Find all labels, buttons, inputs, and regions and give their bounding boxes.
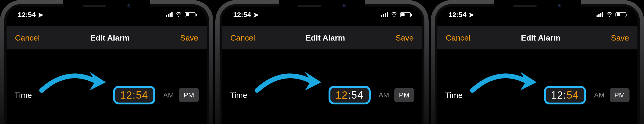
phone-frame: 12:54 ➤ Cancel Edit Alarm Save Time 12:5…: [215, 0, 429, 124]
page-title: Edit Alarm: [306, 33, 345, 42]
save-button[interactable]: Save: [611, 33, 629, 42]
status-right: [166, 12, 196, 17]
status-time: 12:54: [233, 11, 251, 19]
time-row: Time 12:54 AM PM: [222, 86, 422, 104]
time-row: Time 12:54 AM PM: [6, 86, 207, 104]
pm-option[interactable]: PM: [394, 88, 414, 102]
time-colon: :: [563, 90, 566, 100]
nav-bar: Cancel Edit Alarm Save: [6, 26, 207, 49]
earpiece-speaker: [513, 5, 537, 7]
wifi-icon: [176, 12, 182, 17]
time-picker-field[interactable]: 12:54: [328, 86, 371, 104]
status-left: 12:54 ➤: [448, 11, 474, 19]
cancel-button[interactable]: Cancel: [446, 33, 470, 42]
front-camera: [558, 4, 562, 8]
cellular-signal-icon: [596, 12, 603, 17]
time-minute[interactable]: 54: [566, 90, 579, 100]
am-option[interactable]: AM: [375, 88, 392, 102]
status-time: 12:54: [448, 11, 466, 19]
time-label: Time: [230, 91, 247, 100]
front-camera: [342, 4, 346, 8]
status-left: 12:54 ➤: [233, 11, 259, 19]
time-row: Time 12:54 AM PM: [437, 86, 638, 104]
time-hour[interactable]: 12: [120, 90, 132, 100]
nav-bar: Cancel Edit Alarm Save: [437, 26, 638, 49]
ampm-toggle[interactable]: AM PM: [591, 88, 630, 102]
location-services-icon: ➤: [468, 11, 474, 19]
status-right: [596, 12, 626, 17]
nav-bar: Cancel Edit Alarm Save: [222, 26, 422, 49]
am-option[interactable]: AM: [160, 88, 177, 102]
time-colon: :: [348, 90, 351, 100]
cellular-signal-icon: [381, 12, 388, 17]
location-services-icon: ➤: [38, 11, 44, 19]
screen: 12:54 ➤ Cancel Edit Alarm Save Time 12:5…: [222, 6, 422, 124]
phone-frame: 12:54 ➤ Cancel Edit Alarm Save Time 12:5…: [431, 0, 644, 124]
time-colon: :: [132, 90, 136, 100]
time-minute[interactable]: 54: [136, 90, 148, 100]
cancel-button[interactable]: Cancel: [15, 33, 40, 42]
pm-option[interactable]: PM: [610, 88, 630, 102]
battery-icon: [185, 12, 196, 17]
cancel-button[interactable]: Cancel: [230, 33, 255, 42]
wifi-icon: [391, 12, 397, 17]
ampm-toggle[interactable]: AM PM: [375, 88, 414, 102]
time-picker-field[interactable]: 12:54: [113, 86, 155, 104]
location-services-icon: ➤: [253, 11, 259, 19]
earpiece-speaker: [298, 5, 321, 7]
time-hour[interactable]: 12: [551, 90, 563, 100]
status-left: 12:54 ➤: [18, 11, 44, 19]
screen: 12:54 ➤ Cancel Edit Alarm Save Time 12:5…: [437, 6, 638, 124]
am-option[interactable]: AM: [591, 88, 608, 102]
time-label: Time: [14, 91, 32, 100]
notch: [63, 0, 150, 12]
time-minute[interactable]: 54: [351, 90, 364, 100]
notch: [279, 0, 365, 12]
screen: 12:54 ➤ Cancel Edit Alarm Save Time 12:5…: [6, 6, 207, 124]
page-title: Edit Alarm: [521, 33, 560, 42]
page-title: Edit Alarm: [90, 33, 130, 42]
status-time: 12:54: [18, 11, 36, 19]
earpiece-speaker: [82, 5, 106, 7]
time-label: Time: [445, 91, 462, 100]
ampm-toggle[interactable]: AM PM: [160, 88, 199, 102]
front-camera: [127, 4, 131, 8]
time-picker-field[interactable]: 12:54: [544, 86, 586, 104]
battery-icon: [400, 12, 411, 17]
time-hour[interactable]: 12: [336, 90, 348, 100]
status-right: [381, 12, 411, 17]
wifi-icon: [606, 12, 613, 17]
phone-frame: 12:54 ➤ Cancel Edit Alarm Save Time 12:5…: [0, 0, 213, 124]
save-button[interactable]: Save: [396, 33, 414, 42]
pm-option[interactable]: PM: [179, 88, 199, 102]
notch: [494, 0, 581, 12]
battery-icon: [616, 12, 626, 17]
save-button[interactable]: Save: [180, 33, 198, 42]
cellular-signal-icon: [166, 12, 172, 17]
